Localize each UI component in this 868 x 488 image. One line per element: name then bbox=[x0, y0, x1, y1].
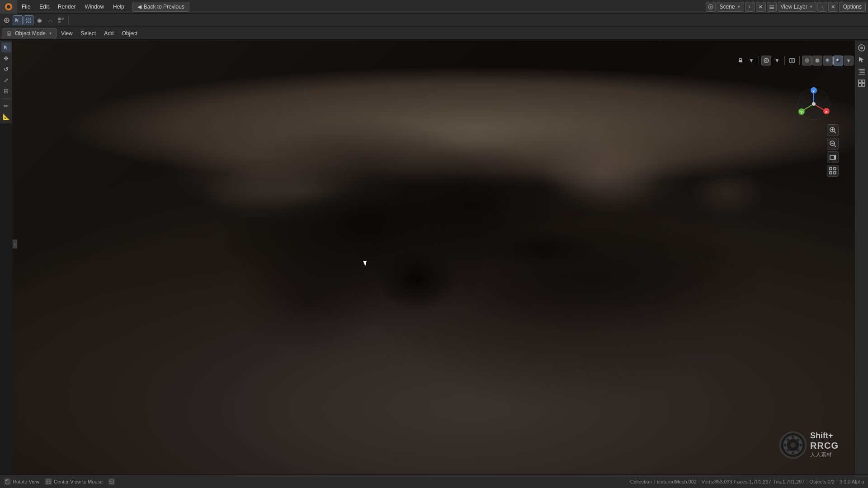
viewport[interactable]: Z X Y bbox=[13, 41, 854, 474]
scene-selector[interactable]: Scene ▼ bbox=[717, 2, 744, 12]
svg-rect-90 bbox=[862, 84, 865, 86]
watermark-shift-label: Shift+ bbox=[810, 431, 833, 441]
svg-rect-93 bbox=[6, 480, 7, 481]
scale-tool-btn[interactable]: ⤢ bbox=[1, 75, 11, 85]
status-separator-2: | bbox=[698, 479, 700, 484]
view-layer-dropdown-icon: ▼ bbox=[809, 5, 813, 9]
box-select-btn[interactable] bbox=[24, 15, 33, 25]
zoom-in-btn[interactable] bbox=[827, 124, 839, 136]
hide-overlay-btn[interactable]: ▼ bbox=[746, 56, 756, 66]
select-cursor-btn[interactable] bbox=[13, 15, 23, 25]
solid-shading-btn[interactable] bbox=[812, 56, 822, 66]
watermark-subtitle: 人人素材 bbox=[810, 451, 832, 459]
svg-point-55 bbox=[812, 102, 816, 106]
svg-point-76 bbox=[787, 438, 789, 441]
svg-point-73 bbox=[792, 451, 794, 454]
options-button[interactable]: Options bbox=[839, 2, 866, 12]
watermark-logo bbox=[779, 432, 807, 459]
tweak-btn[interactable] bbox=[56, 15, 66, 25]
action3-status bbox=[108, 478, 115, 485]
blender-logo[interactable] bbox=[0, 0, 17, 14]
svg-point-79 bbox=[797, 438, 800, 441]
rock-highlights bbox=[13, 41, 854, 474]
properties-outliner-btn[interactable] bbox=[856, 66, 867, 77]
object-mode-dropdown[interactable]: Object Mode ▼ bbox=[2, 28, 57, 38]
svg-point-4 bbox=[710, 6, 712, 8]
svg-rect-16 bbox=[58, 21, 61, 23]
camera-view-btn[interactable] bbox=[827, 151, 839, 163]
zoom-out-btn[interactable] bbox=[827, 138, 839, 150]
rotate-tool-btn[interactable]: ↺ bbox=[1, 64, 11, 74]
svg-rect-15 bbox=[61, 18, 64, 20]
svg-rect-29 bbox=[7, 34, 11, 36]
svg-point-74 bbox=[784, 444, 787, 446]
status-separator-1: | bbox=[654, 479, 655, 484]
window-menu[interactable]: Window bbox=[80, 0, 108, 14]
back-to-previous-button[interactable]: ◀ Back to Previous bbox=[132, 2, 189, 12]
overlay-dropdown-btn[interactable]: ▼ bbox=[772, 56, 782, 66]
scene-icon-btn[interactable] bbox=[706, 2, 716, 12]
measure-tool-btn[interactable]: 📐 bbox=[1, 112, 11, 122]
move-tool-btn[interactable]: ✥ bbox=[1, 53, 11, 63]
svg-point-2 bbox=[9, 4, 11, 6]
svg-rect-6 bbox=[769, 7, 774, 8]
svg-rect-94 bbox=[46, 480, 51, 483]
viewport-tools bbox=[827, 124, 839, 177]
collection-label: Collection bbox=[630, 479, 652, 484]
frame-selected-btn[interactable] bbox=[827, 165, 839, 177]
help-menu[interactable]: Help bbox=[108, 0, 129, 14]
add-menu-item[interactable]: Add bbox=[100, 28, 117, 38]
object-menu-item[interactable]: Object bbox=[118, 28, 141, 38]
cursor-tool-btn[interactable] bbox=[1, 42, 11, 52]
rotate-view-status: Rotate View bbox=[4, 478, 39, 485]
overlay-toggle-btn[interactable] bbox=[761, 56, 771, 66]
left-panel-toggle[interactable]: ‹ bbox=[13, 239, 17, 249]
center-view-status: Center View to Mouse bbox=[45, 478, 103, 485]
scene-label: Scene bbox=[720, 4, 735, 10]
back-to-previous-label: Back to Previous bbox=[144, 4, 184, 10]
svg-rect-84 bbox=[859, 70, 865, 71]
transform-tool-btn[interactable]: ⊞ bbox=[1, 86, 11, 96]
svg-rect-67 bbox=[830, 172, 832, 174]
render-menu[interactable]: Render bbox=[53, 0, 80, 14]
faces-count: Faces:1,701,297 bbox=[734, 479, 771, 484]
navigation-gizmo[interactable]: Z X Y bbox=[796, 86, 832, 122]
svg-text:Y: Y bbox=[800, 110, 803, 114]
svg-point-28 bbox=[8, 31, 10, 34]
svg-rect-35 bbox=[791, 59, 793, 62]
view-layer-icon-btn[interactable] bbox=[767, 2, 777, 12]
wireframe-shading-btn[interactable] bbox=[802, 56, 812, 66]
view-layer-add-btn[interactable]: + bbox=[817, 2, 827, 12]
shading-options-btn[interactable]: ▼ bbox=[844, 56, 854, 66]
svg-rect-88 bbox=[862, 80, 865, 83]
properties-grid-btn[interactable] bbox=[856, 78, 867, 89]
file-menu[interactable]: File bbox=[17, 0, 35, 14]
svg-rect-66 bbox=[834, 168, 836, 170]
scene-add-btn[interactable]: + bbox=[745, 2, 755, 12]
scene-remove-btn[interactable]: ✕ bbox=[756, 2, 766, 12]
svg-rect-5 bbox=[769, 5, 774, 6]
mesh-name: texturedMesh.002 bbox=[657, 479, 697, 484]
select-menu-item[interactable]: Select bbox=[77, 28, 99, 38]
xray-btn[interactable] bbox=[787, 56, 797, 66]
viewport-lock-btn[interactable] bbox=[736, 56, 745, 66]
annotate-tool-btn[interactable]: ✏ bbox=[1, 101, 11, 111]
right-panel bbox=[854, 41, 868, 474]
properties-cursor-btn[interactable] bbox=[856, 54, 867, 65]
edit-menu[interactable]: Edit bbox=[35, 0, 53, 14]
rotate-view-label: Rotate View bbox=[13, 479, 39, 484]
numpad-icon bbox=[45, 478, 52, 485]
view-menu-item[interactable]: View bbox=[57, 28, 76, 38]
center-view-label: Center View to Mouse bbox=[54, 479, 103, 484]
rendered-shading-btn[interactable] bbox=[833, 56, 843, 66]
material-shading-btn[interactable] bbox=[823, 56, 833, 66]
view-layer-selector[interactable]: View Layer ▼ bbox=[778, 2, 816, 12]
top-bar-right: Scene ▼ + ✕ View Layer ▼ + ✕ Options bbox=[706, 0, 868, 14]
svg-rect-89 bbox=[859, 84, 861, 86]
svg-marker-11 bbox=[15, 18, 19, 23]
view-layer-remove-btn[interactable]: ✕ bbox=[828, 2, 838, 12]
circle-select-btn[interactable]: ◉ bbox=[34, 15, 44, 25]
workspace-btn[interactable] bbox=[2, 15, 12, 25]
properties-object-btn[interactable] bbox=[856, 42, 867, 53]
lasso-select-btn[interactable]: ⌓ bbox=[45, 15, 55, 25]
